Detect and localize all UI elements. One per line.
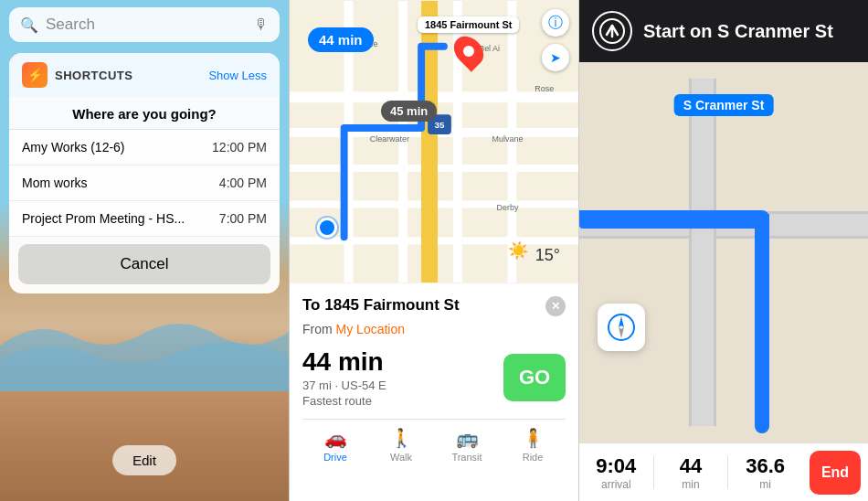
distance-stat: 36.6 mi [728,447,802,498]
transport-tabs: 🚗 Drive 🚶 Walk 🚌 Transit 🧍 Ride [302,419,566,468]
compass-circle-icon [607,313,636,342]
shortcuts-header: ⚡ SHORTCUTS Show Less [9,53,280,97]
direction-arrow-svg [599,18,625,44]
transit-label: Transit [451,452,482,463]
svg-text:Clearwater: Clearwater [370,134,409,144]
middle-panel: 35 Bel Ai Clearwater Mulvane Rose Derby … [289,0,579,501]
shortcuts-app-icon: ⚡ [22,62,48,88]
right-panel: Start on S Cranmer St S Cranmer St [579,0,868,501]
dest-name-1: Amy Works (12-6) [22,140,125,155]
dest-time-2: 4:00 PM [219,176,267,190]
close-route-button[interactable]: ✕ [545,296,566,316]
compass-arrow-icon: ➤ [550,50,561,65]
destination-list: Amy Works (12-6) 12:00 PM Mom works 4:00… [9,129,280,237]
destination-item-2[interactable]: Mom works 4:00 PM [9,165,280,201]
go-button[interactable]: GO [503,354,566,401]
svg-marker-29 [619,316,624,327]
svg-rect-27 [755,214,769,426]
from-location-link[interactable]: My Location [336,322,405,336]
edit-button[interactable]: Edit [112,445,176,475]
search-input-label: Search [46,16,247,34]
search-icon: 🔍 [20,16,38,34]
nav-header: Start on S Cranmer St [579,0,868,62]
map-pin-marker [448,30,489,71]
distance-label: mi [759,478,771,491]
route-type-label: Fastest route [302,394,386,408]
svg-text:Derby: Derby [497,203,519,212]
svg-rect-26 [579,214,767,229]
from-location-row: From My Location [302,322,566,336]
show-less-button[interactable]: Show Less [208,69,267,82]
street-name-label: S Cranmer St [674,94,774,116]
sun-icon: ☀️ [508,240,528,261]
route-time-badge-45: 45 min [381,101,437,122]
transport-tab-walk[interactable]: 🚶 Walk [368,420,434,468]
turn-direction-icon [592,11,632,51]
route-destination-row: To 1845 Fairmount St ✕ [302,296,566,316]
svg-text:Mulvane: Mulvane [492,134,524,144]
shortcuts-title: SHORTCUTS [55,69,208,82]
transit-icon: 🚌 [456,427,479,449]
svg-text:Rose: Rose [535,84,554,93]
distance-value: 36.6 [746,454,785,478]
transport-tab-drive[interactable]: 🚗 Drive [302,420,368,468]
destination-item-1[interactable]: Amy Works (12-6) 12:00 PM [9,130,280,165]
nav-instruction-text: Start on S Cranmer St [643,20,833,42]
svg-marker-30 [619,327,624,338]
route-distance-label: 37 mi · US-54 E [302,378,386,392]
current-location-dot [317,218,337,238]
route-time-row: 44 min 37 mi · US-54 E Fastest route GO [302,347,566,408]
ride-icon: 🧍 [522,427,545,449]
duration-stat: 44 min [654,447,728,498]
shortcuts-card: ⚡ SHORTCUTS Show Less Where are you goin… [9,53,280,293]
route-duration: 44 min [302,347,386,377]
svg-text:35: 35 [434,120,445,130]
destination-address-label: 1845 Fairmount St [418,16,519,33]
left-panel: 🔍 Search 🎙 ⚡ SHORTCUTS Show Less Where a… [0,0,289,501]
route-info-panel: To 1845 Fairmount St ✕ From My Location … [290,283,578,501]
transport-tab-transit[interactable]: 🚌 Transit [434,420,500,468]
destination-pin: 1845 Fairmount St [418,16,519,68]
route-destination-title: To 1845 Fairmount St [302,296,460,314]
walk-label: Walk [390,452,412,463]
map-compass-button[interactable]: ➤ [542,44,569,71]
route-time-info: 44 min 37 mi · US-54 E Fastest route [302,347,386,408]
ride-label: Ride [523,452,544,463]
microphone-icon[interactable]: 🎙 [254,16,269,33]
wave-decoration [0,318,289,391]
search-bar[interactable]: 🔍 Search 🎙 [9,7,280,42]
dest-time-3: 7:00 PM [219,211,267,226]
arrival-time-stat: 9:04 arrival [579,447,653,498]
map-area[interactable]: 35 Bel Ai Clearwater Mulvane Rose Derby … [290,0,578,283]
arrival-time-label: arrival [601,478,631,491]
svg-rect-21 [579,79,868,426]
dest-name-2: Mom works [22,176,88,190]
end-navigation-button[interactable]: End [810,451,861,495]
going-question-label: Where are you going? [9,97,280,129]
nav-status-bar: 9:04 arrival 44 min 36.6 mi End [579,442,868,501]
svg-rect-25 [692,79,714,426]
duration-label: min [682,478,699,491]
transport-tab-ride[interactable]: 🧍 Ride [500,420,566,468]
dest-time-1: 12:00 PM [212,140,267,155]
drive-label: Drive [323,452,347,463]
destination-item-3[interactable]: Project Prom Meeting - HS... 7:00 PM [9,201,280,237]
nav-map-svg [579,62,868,442]
dest-name-3: Project Prom Meeting - HS... [22,211,185,226]
duration-value: 44 [680,454,702,478]
drive-icon: 🚗 [324,427,347,449]
walk-icon: 🚶 [390,427,413,449]
cancel-button[interactable]: Cancel [18,244,270,284]
temperature-display: 15° [535,246,560,265]
route-time-badge-44: 44 min [308,27,374,52]
nav-map-area: S Cranmer St [579,62,868,442]
from-label: From [302,322,333,336]
map-info-button[interactable]: ⓘ [542,9,569,37]
arrival-time-value: 9:04 [596,454,636,478]
nav-compass-button[interactable] [598,304,645,351]
